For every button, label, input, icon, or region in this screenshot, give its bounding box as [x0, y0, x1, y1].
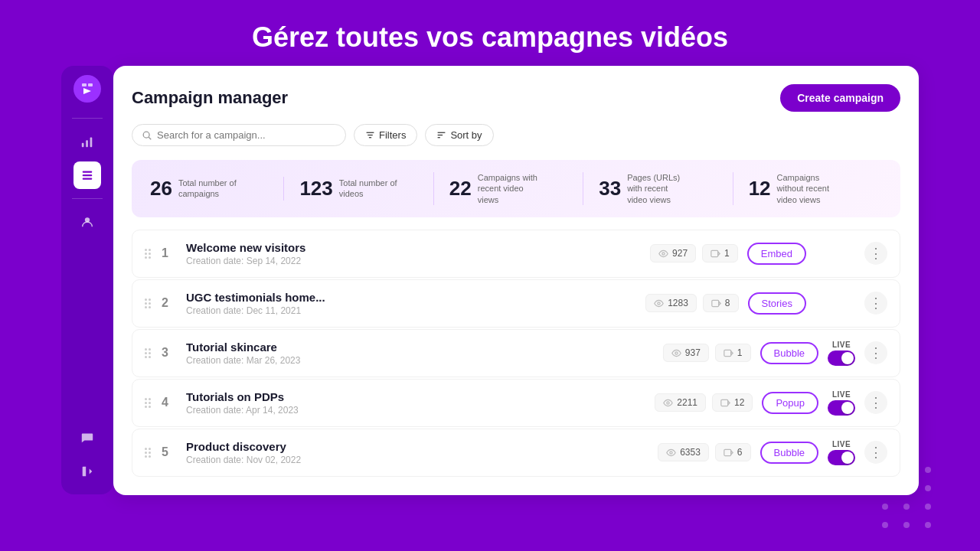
campaign-info: Product discovery Creation date: Nov 02,…	[186, 440, 648, 465]
type-badge: Bubble	[760, 342, 818, 364]
live-toggle[interactable]: LIVE	[828, 440, 855, 465]
eye-icon	[663, 398, 673, 408]
video-icon	[720, 398, 730, 408]
campaign-stats: 937 1	[663, 344, 751, 362]
campaign-row[interactable]: 2 UGC testimonials home... Creation date…	[132, 279, 900, 328]
filters-button[interactable]: Filters	[354, 124, 417, 146]
videos-count: 12	[734, 397, 744, 408]
video-icon	[724, 348, 733, 358]
videos-stat: 8	[703, 294, 739, 312]
sidebar-item-messages[interactable]	[74, 424, 101, 452]
videos-count: 6	[737, 447, 743, 458]
sidebar-item-analytics[interactable]	[74, 128, 101, 155]
stat-item-1: 123 Total number of videos	[283, 177, 433, 201]
live-label: LIVE	[832, 341, 851, 349]
search-box[interactable]	[132, 124, 346, 146]
stat-number: 22	[449, 177, 472, 201]
campaign-row[interactable]: 4 Tutorials on PDPs Creation date: Apr 1…	[132, 379, 900, 427]
stat-number: 12	[749, 177, 771, 201]
svg-rect-4	[86, 140, 88, 147]
campaign-name: Tutorial skincare	[186, 341, 654, 354]
campaign-date: Creation date: Mar 26, 2023	[186, 355, 654, 366]
sortby-label: Sort by	[450, 129, 482, 141]
videos-stat: 1	[702, 244, 738, 262]
svg-rect-22	[712, 300, 719, 306]
more-options-button[interactable]: ⋮	[864, 341, 887, 364]
eye-icon	[658, 249, 668, 259]
campaign-info: Welcome new visitors Creation date: Sep …	[186, 241, 641, 266]
more-options-button[interactable]: ⋮	[864, 441, 887, 464]
stat-label: Campaigns with recent video views	[478, 172, 539, 205]
drag-handle[interactable]	[145, 398, 152, 408]
campaign-info: Tutorial skincare Creation date: Mar 26,…	[186, 341, 654, 366]
campaign-row[interactable]: 1 Welcome new visitors Creation date: Se…	[132, 230, 900, 278]
campaign-date: Creation date: Dec 11, 2021	[186, 305, 636, 316]
stat-number: 26	[150, 177, 172, 201]
toggle-on[interactable]	[828, 450, 855, 465]
videos-stat: 1	[715, 344, 751, 362]
sidebar-item-users[interactable]	[74, 208, 101, 236]
views-count: 2211	[677, 397, 697, 408]
stat-label: Total number of campaigns	[178, 178, 240, 200]
svg-point-24	[675, 352, 678, 354]
filter-icon	[365, 130, 375, 140]
views-count: 927	[672, 248, 688, 259]
svg-rect-19	[711, 250, 718, 256]
campaign-number: 1	[162, 246, 177, 260]
video-icon	[711, 298, 721, 308]
campaign-number: 2	[162, 296, 177, 310]
views-count: 937	[685, 347, 701, 358]
live-toggle[interactable]: LIVE	[828, 341, 855, 366]
stat-number: 33	[599, 177, 621, 201]
videos-count: 1	[724, 248, 730, 259]
search-input[interactable]	[157, 129, 336, 141]
campaign-date: Creation date: Apr 14, 2023	[186, 405, 645, 416]
page-title: Gérez toutes vos campagnes vidéos	[0, 0, 980, 66]
campaign-row[interactable]: 5 Product discovery Creation date: Nov 0…	[132, 429, 900, 477]
sortby-button[interactable]: Sort by	[425, 124, 493, 146]
sidebar	[61, 66, 113, 494]
views-stat: 937	[663, 344, 709, 362]
eye-icon	[671, 348, 681, 358]
svg-rect-5	[90, 138, 93, 148]
campaign-number: 3	[162, 346, 177, 360]
main-content: Campaign manager Create campaign Filters	[113, 66, 919, 495]
campaign-row[interactable]: 3 Tutorial skincare Creation date: Mar 2…	[132, 329, 900, 377]
svg-rect-25	[724, 350, 731, 356]
stat-label: Pages (URLs) with recent video views	[627, 172, 688, 205]
eye-icon	[654, 298, 664, 308]
content-header: Campaign manager Create campaign	[132, 84, 900, 112]
svg-marker-2	[83, 88, 91, 94]
create-campaign-button[interactable]: Create campaign	[780, 84, 900, 112]
campaign-info: Tutorials on PDPs Creation date: Apr 14,…	[186, 390, 645, 416]
type-badge: Embed	[747, 243, 806, 265]
main-layout: Campaign manager Create campaign Filters	[0, 66, 980, 540]
svg-rect-0	[82, 83, 87, 86]
more-options-button[interactable]: ⋮	[864, 292, 887, 315]
toggle-on[interactable]	[828, 350, 855, 366]
sidebar-item-logout[interactable]	[74, 458, 101, 485]
content-title: Campaign manager	[132, 88, 288, 108]
stat-number: 123	[299, 177, 332, 201]
campaign-list: 1 Welcome new visitors Creation date: Se…	[132, 230, 900, 477]
drag-handle[interactable]	[145, 448, 152, 458]
more-options-button[interactable]: ⋮	[864, 391, 887, 414]
more-options-button[interactable]: ⋮	[864, 242, 887, 265]
live-toggle[interactable]: LIVE	[828, 390, 855, 416]
views-count: 6353	[680, 447, 701, 458]
drag-handle[interactable]	[145, 298, 152, 308]
svg-marker-20	[718, 252, 720, 256]
campaign-name: Tutorials on PDPs	[186, 390, 645, 403]
svg-point-27	[667, 402, 669, 404]
drag-handle[interactable]	[145, 348, 152, 358]
svg-rect-7	[83, 174, 93, 176]
toggle-on[interactable]	[828, 400, 855, 416]
sidebar-item-campaigns[interactable]	[74, 161, 101, 189]
campaign-date: Creation date: Sep 14, 2022	[186, 256, 641, 266]
live-label: LIVE	[832, 390, 851, 399]
videos-count: 1	[737, 347, 743, 358]
stats-bar: 26 Total number of campaigns 123 Total n…	[132, 160, 900, 217]
campaign-number: 5	[162, 445, 177, 459]
drag-handle[interactable]	[145, 249, 152, 259]
svg-rect-28	[721, 399, 728, 406]
